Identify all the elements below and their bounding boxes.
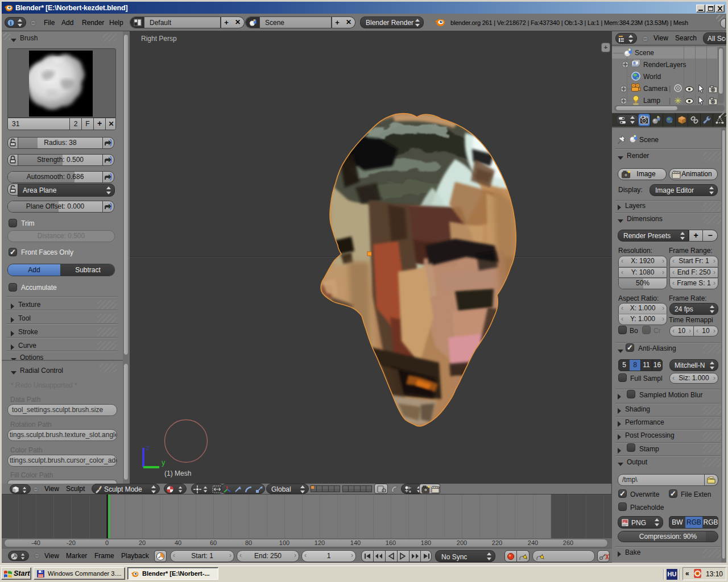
svg-text:i: i [10,20,12,26]
svg-text:z: z [146,443,150,452]
svg-text:y: y [162,458,166,467]
